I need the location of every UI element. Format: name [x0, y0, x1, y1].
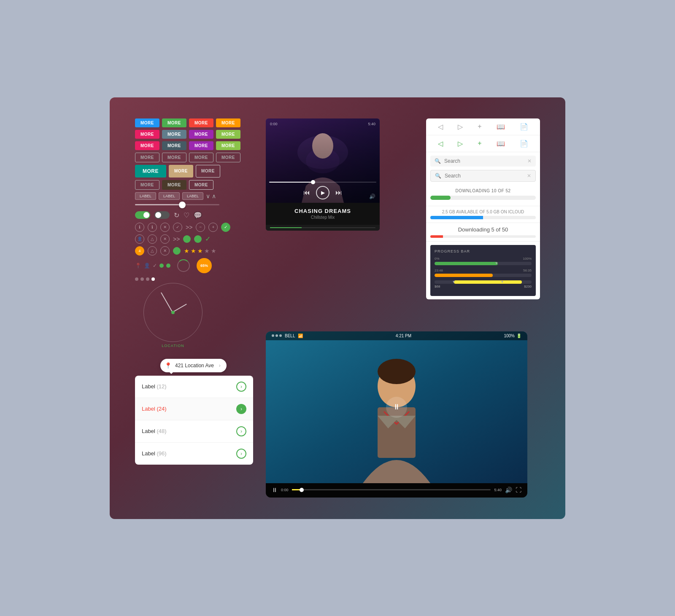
- search-input-2[interactable]: [445, 173, 524, 179]
- more-button-pink[interactable]: MORE: [135, 130, 159, 139]
- slider-thumb[interactable]: [179, 202, 186, 208]
- back-icon-2[interactable]: ◁: [438, 140, 443, 148]
- more-button-outline-white-2[interactable]: MORE: [189, 180, 213, 190]
- document-icon[interactable]: 📄: [520, 123, 528, 131]
- close-icon-circle[interactable]: ✕: [160, 223, 170, 232]
- star-5-empty[interactable]: ★: [211, 247, 216, 254]
- info-icon-1[interactable]: ℹ: [135, 223, 144, 232]
- chat-icon[interactable]: 💬: [194, 211, 202, 219]
- list-arrow-1[interactable]: ›: [236, 382, 246, 392]
- more-button-teal[interactable]: MORE: [135, 165, 166, 178]
- more-button-lime-2[interactable]: MORE: [216, 141, 240, 150]
- progress-thumb-3a[interactable]: ▼: [452, 280, 455, 284]
- dot-2[interactable]: [140, 277, 144, 281]
- add-icon[interactable]: +: [478, 123, 481, 130]
- more-button-outline-5[interactable]: MORE: [135, 180, 159, 190]
- progress-thumb-1[interactable]: ▼: [495, 262, 498, 265]
- play-icon[interactable]: ▷: [458, 123, 463, 131]
- dot-4-active[interactable]: [151, 277, 155, 281]
- pause-button[interactable]: ⏸: [386, 397, 407, 418]
- close-search-icon-2[interactable]: ✕: [527, 173, 531, 179]
- chevron-up-icon[interactable]: ∧: [212, 193, 216, 199]
- more-button-orange[interactable]: MORE: [216, 118, 240, 127]
- fast-forward-icon[interactable]: ⏭: [335, 189, 342, 196]
- rewind-icon[interactable]: ⏮: [303, 189, 310, 196]
- music-bottom-progress-track[interactable]: [270, 227, 375, 228]
- more-button-gray[interactable]: MORE: [162, 130, 186, 139]
- info-icon-2[interactable]: ℹ: [148, 223, 157, 232]
- more-button-outline-1[interactable]: MORE: [135, 153, 159, 162]
- x-icon-circle[interactable]: ✕: [160, 234, 170, 244]
- list-arrow-2[interactable]: ›: [236, 404, 246, 414]
- toggle-on[interactable]: [135, 211, 150, 219]
- star-1[interactable]: ★: [184, 247, 189, 254]
- mobile-volume-icon[interactable]: 🔊: [505, 487, 512, 493]
- plus-icon[interactable]: +: [208, 223, 218, 232]
- more-button-outline-white[interactable]: MORE: [196, 165, 220, 178]
- more-button-outline-4[interactable]: MORE: [216, 153, 240, 162]
- more-button-pink-2[interactable]: MORE: [135, 141, 159, 150]
- book-icon-2[interactable]: 📖: [497, 140, 505, 148]
- mobile-player: BELL 📶 4:21 PM 100% 🔋: [266, 331, 527, 498]
- more-button-blue[interactable]: MORE: [135, 118, 159, 127]
- slider-track[interactable]: [135, 204, 219, 205]
- more-button-darkgray[interactable]: MORE: [162, 141, 186, 150]
- toggle-off[interactable]: [154, 211, 170, 219]
- search-input-1[interactable]: [444, 158, 524, 164]
- more-button-tan[interactable]: MORE: [169, 165, 193, 178]
- more-button-purple[interactable]: MORE: [189, 130, 213, 139]
- star-3[interactable]: ★: [197, 247, 203, 254]
- back-icon[interactable]: ◁: [438, 123, 443, 131]
- progress-thumb-3b[interactable]: ▼: [500, 280, 504, 284]
- more-button-lime[interactable]: MORE: [216, 130, 240, 139]
- chevron-down-icon[interactable]: ∨: [206, 193, 210, 199]
- radio-selected[interactable]: [173, 247, 181, 255]
- heart-icon[interactable]: ♡: [184, 211, 189, 219]
- triangle-icon[interactable]: △: [148, 234, 157, 244]
- chevron-right-icon[interactable]: >>: [186, 224, 192, 231]
- more-button-darkbrown[interactable]: MORE: [162, 180, 186, 190]
- arrow-controls[interactable]: ∨ ∧: [206, 193, 216, 199]
- list-item-4[interactable]: Label (96) ›: [135, 443, 253, 465]
- list-item-1[interactable]: Label (12) ›: [135, 376, 253, 398]
- more-button-purple-2[interactable]: MORE: [189, 141, 213, 150]
- badge-4[interactable]: 4: [135, 246, 144, 256]
- progress-track-2[interactable]: [435, 274, 532, 277]
- music-progress-track[interactable]: [269, 182, 376, 183]
- list-item-3[interactable]: Label (48) ›: [135, 420, 253, 443]
- user-icon-circle[interactable]: 👤: [135, 234, 144, 244]
- chevron-right-icon-2[interactable]: >>: [173, 236, 180, 242]
- mobile-play-icon[interactable]: ⏸: [272, 487, 278, 493]
- progress-track-1[interactable]: ▼: [435, 262, 532, 265]
- play-button[interactable]: ▶: [316, 186, 329, 199]
- more-button-red[interactable]: MORE: [189, 118, 213, 127]
- add-icon-2[interactable]: +: [478, 140, 481, 147]
- minus-icon[interactable]: −: [196, 223, 205, 232]
- close-search-icon-1[interactable]: ✕: [527, 158, 532, 164]
- mobile-progress-thumb[interactable]: [300, 488, 304, 492]
- more-button-outline-3[interactable]: MORE: [189, 153, 213, 162]
- mobile-fullscreen-icon[interactable]: ⛶: [516, 487, 521, 493]
- check-filled-icon[interactable]: ✓: [221, 223, 230, 232]
- triangle-icon-2[interactable]: △: [148, 246, 157, 256]
- mobile-progress-track[interactable]: [292, 489, 491, 490]
- book-icon[interactable]: 📖: [497, 123, 505, 131]
- dot-3[interactable]: [146, 277, 149, 281]
- progress-track-3[interactable]: ▼ ▼: [435, 280, 532, 284]
- x-icon-2[interactable]: ✕: [160, 246, 170, 256]
- volume-icon[interactable]: 🔊: [369, 194, 375, 199]
- more-button-green[interactable]: MORE: [162, 118, 186, 127]
- list-item-2[interactable]: Label (24) ›: [135, 398, 253, 420]
- document-icon-2[interactable]: 📄: [520, 140, 528, 148]
- dot-1[interactable]: [135, 277, 138, 281]
- play-icon-2[interactable]: ▷: [458, 140, 463, 148]
- location-popup[interactable]: 📍 421 Location Ave ›: [160, 359, 227, 372]
- list-arrow-4[interactable]: ›: [236, 449, 246, 459]
- refresh-icon[interactable]: ↻: [174, 211, 179, 219]
- more-button-outline-2[interactable]: MORE: [162, 153, 186, 162]
- check-icon-circle[interactable]: ✓: [173, 223, 182, 232]
- music-progress-thumb[interactable]: [311, 180, 315, 184]
- list-arrow-3[interactable]: ›: [236, 426, 246, 436]
- star-2[interactable]: ★: [191, 247, 196, 254]
- star-4-empty[interactable]: ★: [204, 247, 210, 254]
